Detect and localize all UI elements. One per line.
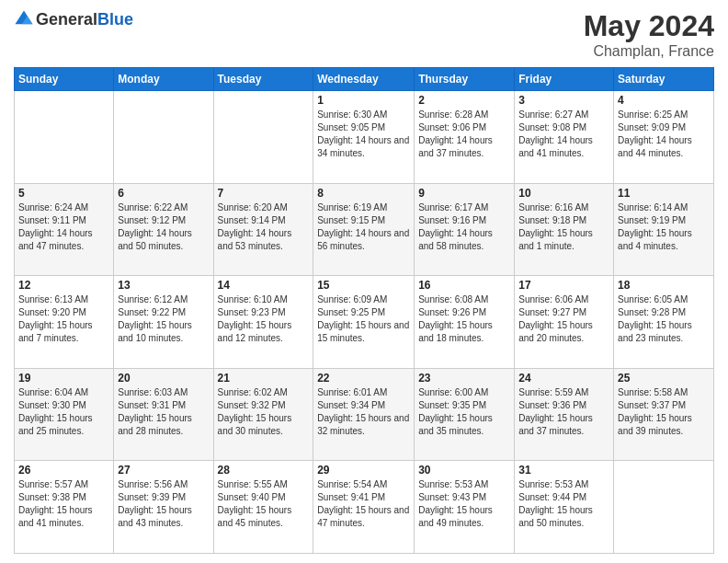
day-info: Sunrise: 6:01 AMSunset: 9:34 PMDaylight:… [317, 386, 410, 438]
logo: GeneralBlue [14, 9, 133, 29]
month-year-title: May 2024 [584, 9, 714, 43]
calendar-day-header: Monday [114, 68, 213, 91]
day-number: 10 [518, 187, 609, 200]
day-info: Sunrise: 5:57 AMSunset: 9:38 PMDaylight:… [18, 478, 109, 530]
day-number: 2 [418, 94, 510, 107]
day-number: 23 [418, 372, 510, 385]
day-number: 29 [317, 464, 410, 477]
day-info: Sunrise: 6:25 AMSunset: 9:09 PMDaylight:… [618, 109, 710, 160]
calendar-cell: 29Sunrise: 5:54 AMSunset: 9:41 PMDayligh… [313, 461, 415, 554]
calendar-cell: 9Sunrise: 6:17 AMSunset: 9:16 PMDaylight… [415, 183, 515, 276]
day-number: 13 [118, 279, 209, 292]
calendar-week-row: 26Sunrise: 5:57 AMSunset: 9:38 PMDayligh… [15, 461, 714, 554]
logo-general-text: General [36, 10, 97, 29]
calendar-day-header: Saturday [614, 68, 714, 91]
calendar-cell: 3Sunrise: 6:27 AMSunset: 9:08 PMDaylight… [515, 91, 614, 184]
day-info: Sunrise: 6:16 AMSunset: 9:18 PMDaylight:… [518, 201, 609, 253]
calendar-cell: 24Sunrise: 5:59 AMSunset: 9:36 PMDayligh… [515, 368, 614, 461]
day-info: Sunrise: 6:13 AMSunset: 9:20 PMDaylight:… [18, 293, 109, 345]
calendar-cell: 21Sunrise: 6:02 AMSunset: 9:32 PMDayligh… [213, 368, 313, 461]
day-info: Sunrise: 6:05 AMSunset: 9:28 PMDaylight:… [618, 293, 710, 345]
day-number: 24 [518, 372, 609, 385]
calendar-header-row: SundayMondayTuesdayWednesdayThursdayFrid… [15, 68, 714, 91]
calendar-cell: 26Sunrise: 5:57 AMSunset: 9:38 PMDayligh… [15, 461, 114, 554]
day-number: 28 [218, 464, 310, 477]
day-info: Sunrise: 6:04 AMSunset: 9:30 PMDaylight:… [18, 386, 109, 438]
day-number: 15 [317, 279, 410, 292]
day-number: 18 [618, 279, 710, 292]
calendar-cell [614, 461, 714, 554]
day-number: 5 [18, 187, 109, 200]
day-info: Sunrise: 6:14 AMSunset: 9:19 PMDaylight:… [618, 201, 710, 253]
calendar-table: SundayMondayTuesdayWednesdayThursdayFrid… [14, 67, 714, 554]
calendar-cell: 18Sunrise: 6:05 AMSunset: 9:28 PMDayligh… [614, 276, 714, 369]
day-info: Sunrise: 6:19 AMSunset: 9:15 PMDaylight:… [317, 201, 410, 253]
day-number: 1 [317, 94, 410, 107]
day-info: Sunrise: 6:20 AMSunset: 9:14 PMDaylight:… [218, 201, 310, 253]
calendar-cell: 20Sunrise: 6:03 AMSunset: 9:31 PMDayligh… [114, 368, 213, 461]
page-header: GeneralBlue May 2024 Champlan, France [14, 9, 714, 60]
calendar-day-header: Tuesday [213, 68, 313, 91]
calendar-cell [15, 91, 114, 184]
calendar-cell: 4Sunrise: 6:25 AMSunset: 9:09 PMDaylight… [614, 91, 714, 184]
calendar-cell: 15Sunrise: 6:09 AMSunset: 9:25 PMDayligh… [313, 276, 415, 369]
day-number: 14 [218, 279, 310, 292]
day-number: 12 [18, 279, 109, 292]
day-number: 21 [218, 372, 310, 385]
calendar-cell: 14Sunrise: 6:10 AMSunset: 9:23 PMDayligh… [213, 276, 313, 369]
calendar-cell: 2Sunrise: 6:28 AMSunset: 9:06 PMDaylight… [415, 91, 515, 184]
day-number: 17 [518, 279, 609, 292]
day-number: 9 [418, 187, 510, 200]
day-info: Sunrise: 5:59 AMSunset: 9:36 PMDaylight:… [518, 386, 609, 438]
day-number: 4 [618, 94, 710, 107]
day-number: 6 [118, 187, 209, 200]
day-info: Sunrise: 6:28 AMSunset: 9:06 PMDaylight:… [418, 109, 510, 160]
day-info: Sunrise: 6:06 AMSunset: 9:27 PMDaylight:… [518, 293, 609, 345]
calendar-cell: 10Sunrise: 6:16 AMSunset: 9:18 PMDayligh… [515, 183, 614, 276]
day-info: Sunrise: 5:53 AMSunset: 9:43 PMDaylight:… [418, 478, 510, 530]
calendar-cell: 17Sunrise: 6:06 AMSunset: 9:27 PMDayligh… [515, 276, 614, 369]
day-info: Sunrise: 6:17 AMSunset: 9:16 PMDaylight:… [418, 201, 510, 253]
calendar-day-header: Friday [515, 68, 614, 91]
day-info: Sunrise: 6:03 AMSunset: 9:31 PMDaylight:… [118, 386, 209, 438]
calendar-cell: 22Sunrise: 6:01 AMSunset: 9:34 PMDayligh… [313, 368, 415, 461]
day-info: Sunrise: 5:55 AMSunset: 9:40 PMDaylight:… [218, 478, 310, 530]
day-number: 11 [618, 187, 710, 200]
calendar-cell: 7Sunrise: 6:20 AMSunset: 9:14 PMDaylight… [213, 183, 313, 276]
calendar-day-header: Sunday [15, 68, 114, 91]
day-number: 20 [118, 372, 209, 385]
day-number: 31 [518, 464, 609, 477]
day-info: Sunrise: 6:27 AMSunset: 9:08 PMDaylight:… [518, 109, 609, 160]
day-number: 27 [118, 464, 209, 477]
day-number: 8 [317, 187, 410, 200]
calendar-cell: 31Sunrise: 5:53 AMSunset: 9:44 PMDayligh… [515, 461, 614, 554]
day-number: 7 [218, 187, 310, 200]
day-info: Sunrise: 6:22 AMSunset: 9:12 PMDaylight:… [118, 201, 209, 253]
day-info: Sunrise: 6:09 AMSunset: 9:25 PMDaylight:… [317, 293, 410, 345]
calendar-week-row: 12Sunrise: 6:13 AMSunset: 9:20 PMDayligh… [15, 276, 714, 369]
calendar-cell: 27Sunrise: 5:56 AMSunset: 9:39 PMDayligh… [114, 461, 213, 554]
calendar-day-header: Thursday [415, 68, 515, 91]
day-number: 25 [618, 372, 710, 385]
calendar-cell: 28Sunrise: 5:55 AMSunset: 9:40 PMDayligh… [213, 461, 313, 554]
calendar-cell: 19Sunrise: 6:04 AMSunset: 9:30 PMDayligh… [15, 368, 114, 461]
calendar-cell: 5Sunrise: 6:24 AMSunset: 9:11 PMDaylight… [15, 183, 114, 276]
calendar-cell: 13Sunrise: 6:12 AMSunset: 9:22 PMDayligh… [114, 276, 213, 369]
calendar-cell: 11Sunrise: 6:14 AMSunset: 9:19 PMDayligh… [614, 183, 714, 276]
title-block: May 2024 Champlan, France [584, 9, 714, 60]
day-number: 30 [418, 464, 510, 477]
calendar-cell: 16Sunrise: 6:08 AMSunset: 9:26 PMDayligh… [415, 276, 515, 369]
calendar-week-row: 5Sunrise: 6:24 AMSunset: 9:11 PMDaylight… [15, 183, 714, 276]
location-subtitle: Champlan, France [584, 43, 714, 60]
day-number: 16 [418, 279, 510, 292]
logo-icon [14, 9, 34, 29]
day-info: Sunrise: 6:00 AMSunset: 9:35 PMDaylight:… [418, 386, 510, 438]
calendar-cell [114, 91, 213, 184]
day-info: Sunrise: 6:12 AMSunset: 9:22 PMDaylight:… [118, 293, 209, 345]
day-info: Sunrise: 6:10 AMSunset: 9:23 PMDaylight:… [218, 293, 310, 345]
day-info: Sunrise: 5:58 AMSunset: 9:37 PMDaylight:… [618, 386, 710, 438]
day-info: Sunrise: 5:56 AMSunset: 9:39 PMDaylight:… [118, 478, 209, 530]
calendar-cell: 8Sunrise: 6:19 AMSunset: 9:15 PMDaylight… [313, 183, 415, 276]
calendar-week-row: 19Sunrise: 6:04 AMSunset: 9:30 PMDayligh… [15, 368, 714, 461]
day-info: Sunrise: 6:08 AMSunset: 9:26 PMDaylight:… [418, 293, 510, 345]
